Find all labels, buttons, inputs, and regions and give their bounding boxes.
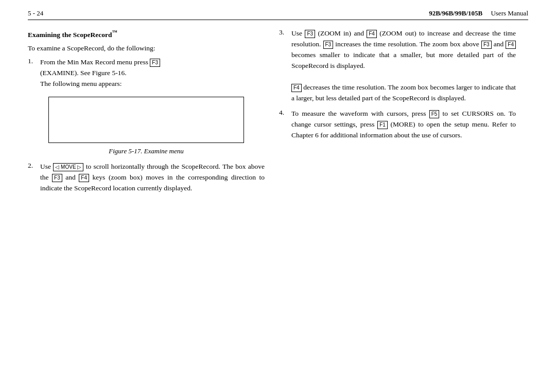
item2-content: Use ◁ MOVE ▷ to scroll horizontally thro… [40, 162, 265, 194]
item3-kbd3: F3 [323, 41, 334, 49]
item2-kbd3: F4 [79, 174, 89, 182]
item3-text1: Use [291, 29, 305, 37]
item1-text3: The following menu appears: [40, 80, 122, 87]
item1-text2: (EXAMINE). See Figure 5-16. [40, 69, 127, 77]
item2-kbd-move: ◁ MOVE ▷ [53, 163, 83, 171]
item3-kbd2: F4 [367, 30, 377, 38]
item3-content: Use F3 (ZOOM in) and F4 (ZOOM out) to in… [291, 28, 516, 103]
item3-text6: becomes smaller to indicate that a small… [291, 51, 516, 69]
model-number: 92B/96B/99B/105B [429, 9, 482, 17]
item2-number: 2. [28, 162, 37, 194]
item2-text1: Use [40, 163, 51, 170]
main-content: Examining the ScopeRecord™ To examine a … [28, 28, 528, 197]
item1-kbd1: F3 [150, 59, 160, 67]
item4-text1: To measure the waveform with cursors, pr… [291, 110, 429, 117]
item3-kbd4: F3 [481, 41, 492, 49]
section-title: Examining the ScopeRecord™ [28, 28, 265, 40]
item3-text5: and [494, 40, 506, 48]
item1-number: 1. [28, 57, 37, 90]
right-column: 3. Use F3 (ZOOM in) and F4 (ZOOM out) to… [279, 28, 516, 197]
page: 5 - 24 92B/96B/99B/105B Users Manual Exa… [0, 0, 556, 392]
page-header: 5 - 24 92B/96B/99B/105B Users Manual [28, 9, 528, 20]
item3-number: 3. [279, 28, 288, 103]
item1-content: From the Min Max Record menu press F3 (E… [40, 57, 265, 90]
item4-kbd2: F1 [377, 121, 388, 129]
item4-number: 4. [279, 109, 288, 141]
list-item-3: 3. Use F3 (ZOOM in) and F4 (ZOOM out) to… [279, 28, 516, 103]
item2-text3: and [65, 173, 79, 181]
item4-kbd1: F5 [429, 110, 440, 118]
left-column: Examining the ScopeRecord™ To examine a … [28, 28, 265, 197]
list-item-2: 2. Use ◁ MOVE ▷ to scroll horizontally t… [28, 162, 265, 194]
header-right: 92B/96B/99B/105B Users Manual [429, 9, 528, 17]
item3-kbd5: F4 [506, 41, 516, 49]
figure-box [48, 97, 244, 143]
item2-kbd2: F3 [52, 174, 62, 182]
item4-content: To measure the waveform with cursors, pr… [291, 109, 516, 141]
intro-text: To examine a ScopeRecord, do the followi… [28, 43, 265, 54]
list-item-4: 4. To measure the waveform with cursors,… [279, 109, 516, 141]
list-item-1: 1. From the Min Max Record menu press F3… [28, 57, 265, 90]
item3-kbd6: F4 [291, 84, 302, 92]
item1-text1: From the Min Max Record menu press [40, 58, 148, 66]
page-number: 5 - 24 [28, 9, 43, 17]
item3-kbd1: F3 [305, 30, 315, 38]
item3-text7: decreases the time resolution. The zoom … [291, 83, 516, 102]
item3-text4: increases the time resolution. The zoom … [335, 40, 481, 48]
manual-type: Users Manual [491, 9, 528, 17]
figure-caption: Figure 5-17. Examine menu [28, 146, 265, 156]
item3-text2: (ZOOM in) and [318, 29, 367, 37]
